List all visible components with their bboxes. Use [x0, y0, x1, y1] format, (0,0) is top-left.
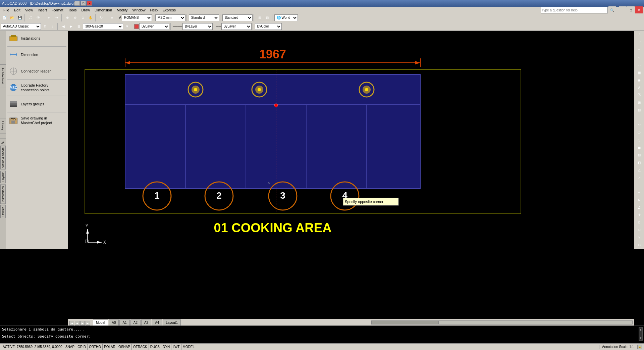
tab-a1[interactable]: A1 — [119, 319, 129, 326]
zoom-prev[interactable]: ⊖ — [71, 14, 79, 21]
vtab-library[interactable]: Library — [0, 118, 6, 134]
open-button[interactable]: 📂 — [8, 14, 16, 21]
pan-btn[interactable]: ✋ — [87, 14, 94, 21]
status-osnap[interactable]: OSNAP — [117, 344, 132, 350]
workspace-combo[interactable]: AutoCAD Classic — [1, 23, 41, 30]
menu-modify[interactable]: Modify — [115, 7, 129, 13]
rtb-hatch[interactable]: ▦ — [635, 69, 643, 76]
win-ctrl-close2[interactable]: × — [635, 6, 643, 14]
linetype-combo[interactable]: ByLayer — [182, 23, 213, 30]
redo-button[interactable]: ↪ — [53, 14, 60, 21]
menu-insert[interactable]: Insert — [36, 7, 49, 13]
zoom-window[interactable]: ⊕ — [64, 14, 71, 21]
status-ortho[interactable]: ORTHO — [88, 344, 103, 350]
save-button[interactable]: 💾 — [16, 14, 23, 21]
cmd-scroll[interactable]: ▲ ▼ — [639, 327, 643, 341]
undo-button[interactable]: ↩ — [45, 14, 53, 21]
unit-combo[interactable]: MSC mm — [155, 14, 185, 21]
canvas-area[interactable]: 1967 1 2 3 4 — [68, 31, 634, 249]
preview-button[interactable]: 👁 — [35, 14, 42, 21]
status-dyn[interactable]: DYN — [161, 344, 171, 350]
close-button[interactable]: × — [87, 1, 92, 6]
rtb-insert[interactable]: ⊞ — [635, 99, 643, 106]
rtb-rotate[interactable]: ↻ — [635, 227, 643, 234]
menu-file[interactable]: File — [1, 7, 11, 13]
rtb-point[interactable]: · — [635, 114, 643, 121]
status-model[interactable]: MODEL — [181, 344, 197, 350]
tab-model[interactable]: Model — [93, 319, 108, 326]
zoom-extent[interactable]: ⊙ — [79, 14, 87, 21]
rtb-copy[interactable]: ⧉ — [635, 219, 643, 226]
layer-next[interactable]: ▶ — [67, 23, 75, 30]
menu-format[interactable]: Format — [50, 7, 65, 13]
rtb-3dface[interactable]: ⬡ — [635, 137, 643, 144]
status-lwt[interactable]: LWT — [171, 344, 181, 350]
hscroll-bar[interactable] — [371, 320, 633, 324]
menu-window[interactable]: Window — [130, 7, 147, 13]
rtb-spline[interactable]: 〜 — [635, 121, 643, 129]
rtb-polyline[interactable]: ⌒ — [635, 39, 643, 46]
help-search[interactable] — [541, 7, 608, 13]
sidebar-item-connection[interactable]: Connection leader — [6, 64, 68, 79]
lineweight-combo[interactable]: ByLayer — [221, 23, 252, 30]
status-ducs[interactable]: DUCS — [149, 344, 161, 350]
menu-edit[interactable]: Edit — [12, 7, 22, 13]
win-ctrl-min2[interactable]: _ — [619, 6, 627, 14]
menu-draw[interactable]: Draw — [79, 7, 92, 13]
navsvc-btn2[interactable]: ⊟ — [264, 14, 271, 21]
vtab-architectural[interactable]: Architectural — [0, 64, 6, 87]
rtb-ellipse[interactable]: ⬭ — [635, 129, 643, 136]
navsvc-btn[interactable]: ⊞ — [256, 14, 263, 21]
help-search-button[interactable]: 🔍 — [608, 6, 616, 14]
tab-last[interactable]: ▶| — [86, 321, 90, 326]
menu-express[interactable]: Express — [160, 7, 178, 13]
rtb-table[interactable]: ⊟ — [635, 152, 643, 159]
menu-help[interactable]: Help — [148, 7, 160, 13]
3d-orbit[interactable]: ↻ — [98, 14, 105, 21]
menu-dimension[interactable]: Dimension — [93, 7, 114, 13]
standard-combo2[interactable]: Standard — [222, 14, 253, 21]
rtb-line[interactable]: / — [635, 32, 643, 39]
rtb-dimlinear[interactable]: ⊢ — [635, 182, 643, 189]
rtb-wipeout[interactable]: ◧ — [635, 159, 643, 166]
tab-a2[interactable]: A2 — [130, 319, 141, 326]
menu-tools[interactable]: Tools — [66, 7, 79, 13]
tab-layout1[interactable]: Layout1 — [163, 319, 181, 326]
status-snap[interactable]: SNAP — [64, 344, 76, 350]
status-otrack[interactable]: OTRACK — [132, 344, 149, 350]
tab-prev[interactable]: ◀ — [75, 321, 79, 326]
rtb-move[interactable]: ✛ — [635, 211, 643, 218]
sidebar-item-dimension[interactable]: Dimension — [6, 47, 68, 62]
rtb-revision[interactable]: △ — [635, 166, 643, 173]
rtb-text[interactable]: A — [635, 84, 643, 91]
print-button[interactable]: 🖨 — [27, 14, 34, 21]
sidebar-item-layers[interactable]: Layers groups — [6, 97, 68, 111]
rtb-circle[interactable]: ○ — [635, 54, 643, 61]
hscroll-thumb[interactable] — [372, 321, 439, 324]
color-combo[interactable]: ByLayer — [139, 23, 169, 30]
win-ctrl-restore[interactable]: □ — [627, 6, 635, 14]
rtb-trim[interactable]: ✂ — [635, 242, 643, 249]
font-combo[interactable]: ROMANS — [122, 14, 152, 21]
tab-a3[interactable]: A3 — [141, 319, 151, 326]
rtb-region[interactable]: ◉ — [635, 77, 643, 84]
vtab-installations[interactable]: Installations — [0, 185, 6, 204]
tab-a4[interactable]: A4 — [152, 319, 162, 326]
rtb-leader[interactable]: ↗ — [635, 174, 643, 181]
rtb-solid[interactable]: ◼ — [635, 144, 643, 151]
rtb-mtext[interactable]: Ⓐ — [635, 92, 643, 99]
standard-combo1[interactable]: Standard — [189, 14, 219, 21]
ws-btn1[interactable]: ⚙ — [41, 23, 49, 30]
rtb-attdef[interactable]: ⊡ — [635, 106, 643, 113]
menu-view[interactable]: View — [23, 7, 35, 13]
rtb-dimangle[interactable]: ∠ — [635, 204, 643, 211]
vtab-layout[interactable]: Layout — [0, 171, 6, 183]
ws-btn2[interactable]: ↓ — [49, 23, 56, 30]
status-polar[interactable]: POLAR — [103, 344, 117, 350]
tab-first[interactable]: |◀ — [69, 321, 74, 326]
layer-btn[interactable]: ≡ — [108, 14, 116, 21]
rtb-dimalign[interactable]: ⊣ — [635, 189, 643, 196]
sidebar-item-save[interactable]: MSC Save drawing in MasterChef project — [6, 113, 68, 128]
layer-state[interactable]: ☰ — [75, 23, 83, 30]
tab-a0[interactable]: A0 — [109, 319, 119, 326]
